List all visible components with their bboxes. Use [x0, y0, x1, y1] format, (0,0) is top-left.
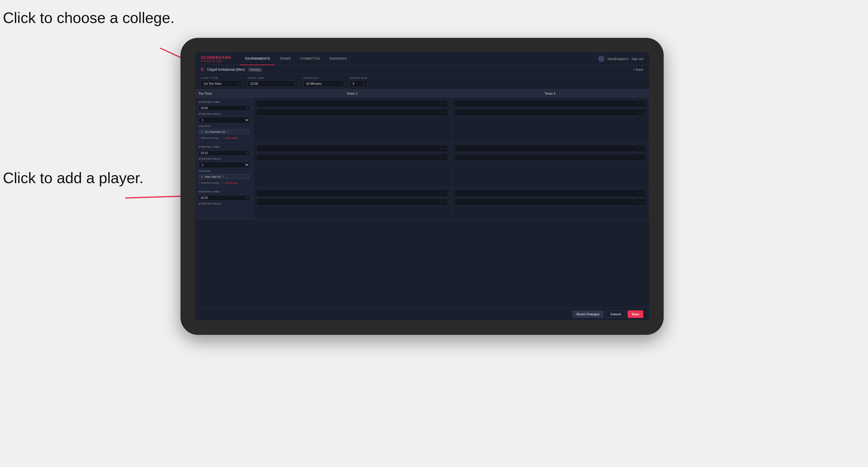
starting-hole-select-2[interactable]: 1	[198, 162, 249, 168]
player-x-2-2[interactable]: ×	[638, 111, 640, 114]
player-slot-4-2[interactable]: × ⌄	[454, 154, 646, 161]
group-left-1: STARTING TIME: ⏱ STARTING HOLE: 1 COURSE…	[195, 98, 253, 143]
player-chevron-1-1[interactable]: ⌄	[443, 102, 445, 105]
player-slot-2-2[interactable]: × ⌄	[454, 109, 646, 116]
player-slot-5-2[interactable]: × ⌄	[256, 198, 448, 206]
starting-time-input-wrapper-1: ⏱	[198, 105, 249, 111]
starting-time-input-wrapper-2: ⏱	[198, 150, 249, 156]
player-x-5-2[interactable]: ×	[440, 200, 442, 204]
intervals-group: Intervals 10 Minutes	[303, 76, 344, 87]
group-size-label: Group Size	[350, 76, 367, 80]
starting-time-input-2[interactable]	[198, 150, 249, 156]
remove-icon-1: ○	[198, 136, 200, 139]
player-x-4-1[interactable]: ×	[638, 147, 640, 150]
save-button[interactable]: Save	[627, 310, 643, 318]
starting-time-label-1: STARTING TIME:	[198, 101, 249, 103]
hosting-badge: Hosting	[248, 67, 262, 72]
player-x-5-1[interactable]: ×	[440, 192, 442, 195]
start-time-wrapper: ⏱	[247, 80, 298, 87]
clock-icon: ⏱	[293, 82, 296, 85]
player-slot-1-2[interactable]: × ⌄	[256, 109, 448, 116]
player-chevron-2-1[interactable]: ⌄	[641, 102, 643, 105]
course-remove-1[interactable]: ×	[227, 130, 229, 133]
nav-tab-rankings[interactable]: RANKINGS	[325, 53, 352, 65]
start-type-group: Start Type 1st Tee Start	[201, 76, 242, 87]
group-size-wrapper: 3	[350, 80, 367, 87]
team1-cell-1: × ⌄ × ⌄	[253, 98, 451, 143]
player-x-6-2[interactable]: ×	[638, 200, 640, 204]
remove-group-link-1[interactable]: ○ Remove Group	[198, 136, 219, 139]
group-size-group: Group Size 3	[350, 76, 367, 87]
start-time-label: Start Time	[247, 76, 298, 80]
user-email: blair@clippd.io	[608, 57, 628, 61]
reset-button[interactable]: Reset Changes	[572, 310, 604, 318]
player-x-1-2[interactable]: ×	[440, 111, 442, 114]
nav-tab-teams[interactable]: TEAMS	[275, 53, 296, 65]
player-chevron-3-2[interactable]: ⌄	[443, 156, 445, 159]
player-chevron-1-2[interactable]: ⌄	[443, 111, 445, 114]
annotation-college: Click to choose a college.	[3, 9, 175, 27]
player-slot-1-1[interactable]: × ⌄	[256, 100, 448, 107]
nav-tab-committee[interactable]: COMMITTEE	[296, 53, 325, 65]
intervals-label: Intervals	[303, 76, 344, 80]
player-slot-3-1[interactable]: × ⌄	[256, 145, 448, 152]
cancel-button[interactable]: Cancel	[606, 310, 625, 318]
player-slot-6-1[interactable]: × ⌄	[454, 190, 646, 197]
course-label-2: COURSE:	[198, 170, 249, 173]
add-group-link-1[interactable]: + Add Group	[222, 136, 237, 139]
start-time-group: Start Time ⏱	[247, 76, 298, 87]
starting-time-label-2: STARTING TIME:	[198, 146, 249, 148]
team2-cell-1: × ⌄ × ⌄	[451, 98, 649, 143]
course-name-1: (A) Peachtree GC	[205, 130, 226, 133]
player-x-6-1[interactable]: ×	[638, 192, 640, 195]
course-label-1: COURSE:	[198, 125, 249, 127]
player-chevron-5-2[interactable]: ⌄	[443, 200, 445, 204]
course-remove-2[interactable]: ×	[222, 175, 224, 178]
starting-time-label-3: STARTING TIME:	[198, 190, 249, 193]
player-chevron-6-2[interactable]: ⌄	[641, 200, 643, 204]
player-slot-5-1[interactable]: × ⌄	[256, 190, 448, 197]
player-slot-2-1[interactable]: × ⌄	[454, 100, 646, 107]
player-chevron-5-1[interactable]: ⌄	[443, 192, 445, 195]
player-slot-6-2[interactable]: × ⌄	[454, 198, 646, 206]
back-button[interactable]: < Back	[633, 68, 643, 71]
player-chevron-4-1[interactable]: ⌄	[641, 147, 643, 150]
player-chevron-3-1[interactable]: ⌄	[443, 147, 445, 150]
tournament-title: Clippd Invitational (Men)	[207, 67, 245, 72]
team2-cell-2: × ⌄ × ⌄	[451, 143, 649, 187]
player-x-3-1[interactable]: ×	[440, 147, 442, 150]
player-x-2-1[interactable]: ×	[638, 102, 640, 105]
starting-time-input-1[interactable]	[198, 105, 249, 111]
course-icon-2: 🏌	[200, 175, 204, 178]
remove-group-link-2[interactable]: ○ Remove Group	[198, 181, 219, 184]
remove-icon-2: ○	[198, 181, 200, 184]
player-slot-4-1[interactable]: × ⌄	[454, 145, 646, 152]
group-row-3: STARTING TIME: ⏱ STARTING HOLE: × ⌄ × ⌄	[195, 187, 649, 220]
starting-hole-wrapper-1: 1	[198, 117, 249, 123]
sign-out-link[interactable]: Sign out	[632, 57, 643, 61]
avatar	[598, 56, 604, 62]
player-slot-3-2[interactable]: × ⌄	[256, 154, 448, 161]
player-chevron-2-2[interactable]: ⌄	[641, 111, 643, 114]
starting-hole-label-2: STARTING HOLE:	[198, 157, 249, 160]
add-group-link-2[interactable]: + Add Group	[222, 181, 237, 184]
nav-tabs: TOURNAMENTS TEAMS COMMITTEE RANKINGS	[240, 53, 598, 65]
course-tag-1: 🏌 (A) Peachtree GC × ⌄	[198, 129, 249, 134]
course-chevron-1[interactable]: ⌄	[230, 130, 232, 133]
player-chevron-4-2[interactable]: ⌄	[641, 156, 643, 159]
player-chevron-6-1[interactable]: ⌄	[641, 192, 643, 195]
nav-tab-tournaments[interactable]: TOURNAMENTS	[240, 53, 275, 65]
start-time-input[interactable]	[247, 80, 298, 87]
player-x-1-1[interactable]: ×	[440, 102, 442, 105]
annotation-player: Click to add a player.	[3, 169, 144, 187]
player-x-3-2[interactable]: ×	[440, 156, 442, 159]
course-chevron-2[interactable]: ⌄	[225, 175, 228, 178]
start-type-select[interactable]: 1st Tee Start	[201, 80, 242, 87]
course-icon-1: 🏌	[200, 130, 204, 133]
add-icon-1: +	[222, 136, 223, 139]
starting-time-input-3[interactable]	[198, 195, 249, 200]
group-size-select[interactable]: 3	[350, 80, 367, 87]
player-x-4-2[interactable]: ×	[638, 156, 640, 159]
starting-hole-select-1[interactable]: 1	[198, 117, 249, 123]
intervals-select[interactable]: 10 Minutes	[303, 80, 344, 87]
